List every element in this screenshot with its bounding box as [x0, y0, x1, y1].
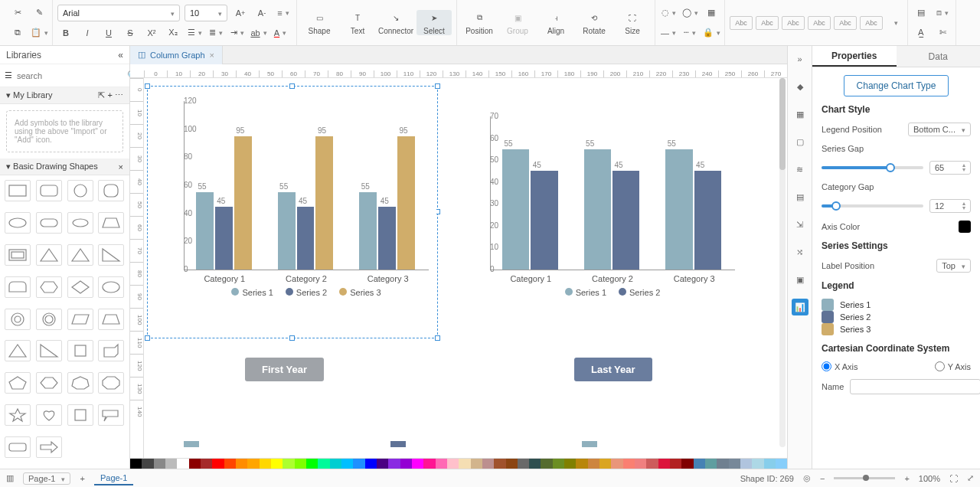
close-section-icon[interactable]: ×: [119, 162, 123, 172]
shape-octagon[interactable]: [98, 372, 124, 394]
bar[interactable]: [315, 136, 333, 270]
bar[interactable]: [297, 207, 315, 270]
category-gap-value[interactable]: 12▴▾: [929, 199, 971, 213]
dash-icon[interactable]: ┄: [681, 25, 698, 41]
color-swatch[interactable]: [776, 459, 787, 469]
color-swatch[interactable]: [694, 459, 705, 469]
more-icon[interactable]: ⋯: [115, 90, 123, 100]
rail-page-icon[interactable]: ▤: [792, 188, 808, 205]
chart1-title[interactable]: First Year: [245, 358, 324, 381]
chart-first-year[interactable]: 020406080100120554595Category 1554595Cat…: [161, 93, 436, 308]
shape-hexagon[interactable]: [36, 372, 62, 394]
quick-style-more[interactable]: [886, 15, 903, 31]
legend-series-item[interactable]: Series 2: [822, 311, 971, 323]
color-swatch[interactable]: [165, 459, 177, 469]
shape-triangle2[interactable]: [67, 244, 93, 266]
shape-frame[interactable]: [5, 244, 31, 266]
basic-shapes-section[interactable]: ▾ Basic Drawing Shapes ×: [0, 159, 129, 175]
shape-target[interactable]: [5, 309, 31, 330]
import-icon[interactable]: ⇱: [98, 90, 105, 100]
color-swatch[interactable]: [506, 459, 518, 469]
color-swatch[interactable]: [670, 459, 681, 469]
rail-theme-icon[interactable]: ◆: [792, 78, 808, 95]
rail-export-icon[interactable]: ⇲: [792, 216, 808, 233]
color-swatch[interactable]: [341, 459, 353, 469]
color-swatch[interactable]: [482, 459, 494, 469]
color-swatch[interactable]: [212, 459, 224, 469]
highlight-icon[interactable]: ab: [250, 25, 267, 41]
color-swatch[interactable]: [764, 459, 776, 469]
shape-roundsq[interactable]: [98, 180, 124, 201]
color-swatch[interactable]: [564, 459, 576, 469]
line-style-icon[interactable]: —: [660, 25, 677, 41]
target-icon[interactable]: ◎: [803, 473, 811, 483]
shape-tri4[interactable]: [36, 340, 62, 361]
align-text-icon[interactable]: ≡: [275, 5, 292, 21]
rotate-tool[interactable]: ⟲Rotate: [577, 10, 612, 35]
bar[interactable]: [196, 192, 214, 270]
canvas[interactable]: 0102030405060708090100110120130140 02040…: [130, 78, 787, 458]
shape-cloud[interactable]: [67, 212, 93, 234]
color-swatch[interactable]: [705, 459, 717, 469]
chart-last-year[interactable]: 0102030405060705545Category 15545Categor…: [467, 109, 743, 308]
format-painter-icon[interactable]: ✎: [31, 5, 47, 21]
position-tool[interactable]: ⧉Position: [462, 10, 497, 35]
bold-icon[interactable]: B: [57, 25, 74, 41]
shape-tool[interactable]: ▭Shape: [302, 10, 337, 35]
document-tab[interactable]: ◫ Column Graph ×: [130, 46, 223, 64]
shape-arrow[interactable]: [36, 436, 62, 458]
color-swatch[interactable]: [717, 459, 728, 469]
color-swatch[interactable]: [271, 459, 283, 469]
color-swatch[interactable]: [635, 459, 646, 469]
legend-series-item[interactable]: Series 3: [822, 323, 971, 335]
fit-icon[interactable]: ⛶: [949, 474, 958, 483]
color-swatch[interactable]: [377, 459, 388, 469]
shape-capsule[interactable]: [36, 212, 62, 234]
page-select[interactable]: Page-1: [23, 472, 70, 485]
series-gap-value[interactable]: 65▴▾: [929, 161, 971, 175]
superscript-icon[interactable]: X²: [143, 25, 160, 41]
color-swatch[interactable]: [494, 459, 505, 469]
color-swatch[interactable]: [201, 459, 212, 469]
color-swatch[interactable]: [423, 459, 435, 469]
quick-style-1[interactable]: Abc: [730, 16, 753, 30]
font-size-select[interactable]: 10: [185, 5, 227, 21]
shape-heptagon[interactable]: [67, 372, 93, 394]
color-swatch[interactable]: [412, 459, 423, 469]
rail-chart-icon[interactable]: 📊: [792, 299, 808, 315]
indent-icon[interactable]: ⇥: [229, 25, 246, 41]
rail-layers-icon[interactable]: ≋: [792, 161, 808, 178]
shape-square[interactable]: [67, 340, 93, 361]
bar[interactable]: [234, 136, 252, 270]
color-swatch[interactable]: [658, 459, 670, 469]
color-swatch[interactable]: [247, 459, 259, 469]
label-position-select[interactable]: Top: [936, 259, 971, 273]
bar[interactable]: [378, 207, 396, 270]
xaxis-radio[interactable]: X Axis: [822, 361, 858, 371]
shape-cube[interactable]: [98, 340, 124, 361]
chart2-title[interactable]: Last Year: [574, 358, 652, 381]
color-swatch[interactable]: [330, 459, 341, 469]
quick-style-5[interactable]: Abc: [834, 16, 857, 30]
search-input[interactable]: [17, 71, 122, 80]
color-swatch[interactable]: [436, 459, 447, 469]
cut-icon[interactable]: ✂: [9, 5, 26, 21]
color-swatch[interactable]: [518, 459, 529, 469]
shadow-icon[interactable]: ◯: [681, 5, 698, 21]
shape-rect[interactable]: [5, 180, 31, 201]
axis-name-input[interactable]: [850, 379, 980, 394]
scissors-icon[interactable]: ✄: [934, 25, 951, 41]
shape-tri3[interactable]: [5, 340, 31, 361]
collapse-left-icon[interactable]: «: [118, 50, 123, 60]
bar[interactable]: [531, 171, 557, 270]
color-palette-bar[interactable]: [130, 458, 787, 469]
bar[interactable]: [665, 149, 692, 270]
quick-style-3[interactable]: Abc: [782, 16, 805, 30]
color-swatch[interactable]: [541, 459, 552, 469]
shape-right-tri[interactable]: [98, 244, 124, 266]
shape-trapezoid[interactable]: [98, 212, 124, 234]
line-spacing-icon[interactable]: ☰: [186, 25, 203, 41]
color-swatch[interactable]: [189, 459, 201, 469]
color-swatch[interactable]: [295, 459, 306, 469]
layout-icon[interactable]: ▤: [913, 5, 929, 21]
